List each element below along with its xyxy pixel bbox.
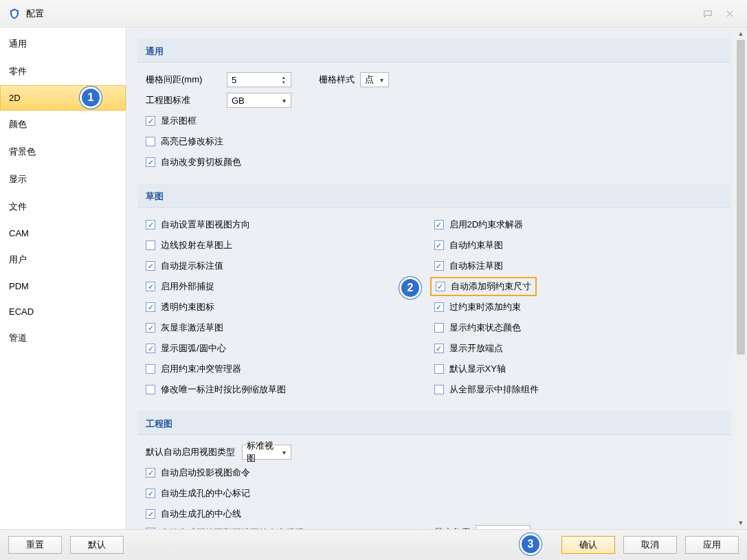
- checkbox[interactable]: [434, 344, 444, 353]
- auto-clip-color-checkbox[interactable]: [146, 157, 155, 167]
- feedback-icon[interactable]: [699, 8, 717, 20]
- checkbox[interactable]: [146, 489, 155, 498]
- auto-weak-dim-checkbox[interactable]: [436, 282, 445, 291]
- sidebar-item-label: 文件: [9, 201, 27, 212]
- show-frame-checkbox[interactable]: [146, 116, 155, 126]
- content-scroll: 通用 栅格间距(mm) 5 ▴▾ 栅格样式 点 工程图标准: [137, 38, 731, 529]
- scroll-up-icon[interactable]: ▲: [735, 27, 747, 40]
- vertical-scrollbar[interactable]: ▲ ▼: [735, 27, 747, 529]
- drawing-std-select[interactable]: GB: [227, 93, 291, 108]
- grid-style-select[interactable]: 点: [360, 72, 389, 87]
- app-icon: [8, 8, 21, 20]
- section-body-sketch: 自动设置草图视图方向 边线投射在草图上 自动提示标注值 启用外部捕捉 透明约束图…: [137, 208, 731, 411]
- min-angle-label: 最小角度: [434, 526, 470, 529]
- sidebar-item-user[interactable]: 用户: [0, 246, 126, 273]
- checkbox-label: 自动提示标注值: [161, 260, 223, 272]
- sidebar-item-cam[interactable]: CAM: [0, 221, 126, 246]
- section-body-drawing: 默认自动启用视图类型 标准视图 自动启动投影视图命令 自动生成孔的中心标记 自动…: [137, 435, 731, 529]
- button-label: 确认: [579, 539, 597, 551]
- sidebar-item-pipe[interactable]: 管道: [0, 324, 126, 352]
- chevron-down-icon: [379, 78, 384, 82]
- checkbox-label: 修改唯一标注时按比例缩放草图: [161, 383, 286, 396]
- spinner-icon[interactable]: ▴▾: [281, 75, 287, 85]
- annotation-badge-3: 3: [520, 533, 542, 555]
- checkbox[interactable]: [146, 323, 155, 333]
- close-icon[interactable]: [721, 8, 739, 20]
- ok-button[interactable]: 确认: [561, 536, 615, 554]
- checkbox[interactable]: [434, 220, 444, 229]
- button-label: 应用: [703, 539, 721, 551]
- sidebar-item-part[interactable]: 零件: [0, 58, 126, 85]
- sidebar-item-label: 管道: [9, 333, 27, 343]
- checkbox[interactable]: [146, 528, 155, 529]
- sidebar-item-label: 通用: [9, 38, 27, 49]
- checkbox[interactable]: [434, 302, 444, 312]
- checkbox-label: 自动启动投影视图命令: [161, 467, 250, 479]
- checkbox[interactable]: [146, 282, 155, 291]
- sidebar-item-label: 2D: [9, 93, 21, 103]
- scrollbar-track[interactable]: [735, 40, 747, 517]
- checkbox-label: 自动添加弱约束尺寸: [451, 280, 531, 293]
- grid-spacing-input[interactable]: 5 ▴▾: [227, 72, 291, 87]
- chevron-down-icon: [281, 98, 287, 103]
- scrollbar-thumb[interactable]: [737, 40, 745, 355]
- checkbox[interactable]: [146, 302, 155, 312]
- show-frame-label: 显示图框: [161, 115, 197, 127]
- grid-spacing-label: 栅格间距(mm): [146, 74, 227, 86]
- annotation-badge-1: 1: [80, 87, 102, 109]
- section-header-sketch: 草图: [137, 183, 731, 208]
- scroll-down-icon[interactable]: ▼: [735, 517, 747, 529]
- checkbox-label: 灰显非激活草图: [161, 322, 223, 334]
- default-button[interactable]: 默认: [70, 536, 124, 554]
- checkbox[interactable]: [146, 240, 155, 250]
- checkbox[interactable]: [146, 261, 155, 271]
- highlight-modified-label: 高亮已修改标注: [161, 135, 223, 148]
- highlighted-option: 自动添加弱约束尺寸: [430, 277, 537, 296]
- highlight-modified-checkbox[interactable]: [146, 137, 155, 146]
- apply-button[interactable]: 应用: [685, 536, 739, 554]
- default-view-type-select[interactable]: 标准视图: [242, 445, 291, 460]
- sidebar-item-file[interactable]: 文件: [0, 193, 126, 221]
- sidebar-item-display[interactable]: 显示: [0, 166, 126, 193]
- reset-button[interactable]: 重置: [8, 536, 62, 554]
- checkbox[interactable]: [146, 220, 155, 229]
- section-header-drawing: 工程图: [137, 411, 731, 435]
- title-bar: 配置: [0, 0, 747, 27]
- sidebar-item-general[interactable]: 通用: [0, 30, 126, 58]
- sidebar-item-ecad[interactable]: ECAD: [0, 299, 126, 324]
- checkbox[interactable]: [146, 344, 155, 353]
- section-header-general: 通用: [137, 38, 731, 63]
- checkbox-label: 自动生成圆柱面和圆锥面的中心标记: [161, 526, 304, 529]
- grid-style-label: 栅格样式: [319, 74, 360, 86]
- sidebar-item-label: 显示: [9, 174, 27, 184]
- checkbox-label: 自动生成孔的中心线: [161, 508, 241, 520]
- annotation-badge-2: 2: [399, 277, 421, 299]
- checkbox[interactable]: [434, 240, 444, 250]
- checkbox-label: 从全部显示中排除组件: [449, 383, 539, 396]
- sidebar-item-bgcolor[interactable]: 背景色: [0, 138, 126, 166]
- checkbox[interactable]: [434, 385, 444, 394]
- checkbox-label: 启用外部捕捉: [161, 280, 214, 293]
- drawing-std-label: 工程图标准: [146, 94, 227, 107]
- checkbox-label: 自动标注草图: [449, 260, 503, 272]
- checkbox[interactable]: [146, 385, 155, 394]
- checkbox[interactable]: [146, 468, 155, 478]
- window-title: 配置: [26, 8, 695, 20]
- min-angle-input[interactable]: 100 ▴▾: [476, 525, 531, 529]
- cancel-button[interactable]: 取消: [623, 536, 677, 554]
- sidebar-item-label: 零件: [9, 66, 27, 76]
- checkbox[interactable]: [434, 261, 444, 271]
- sidebar-item-color[interactable]: 颜色: [0, 111, 126, 138]
- checkbox[interactable]: [146, 364, 155, 374]
- content-panel: 通用 栅格间距(mm) 5 ▴▾ 栅格样式 点 工程图标准: [126, 27, 747, 529]
- sidebar-item-2d[interactable]: 2D: [0, 85, 126, 111]
- grid-style-value: 点: [365, 74, 374, 86]
- checkbox[interactable]: [146, 509, 155, 519]
- checkbox[interactable]: [434, 323, 444, 333]
- spinner-icon[interactable]: ▴▾: [520, 528, 526, 529]
- default-view-type-value: 标准视图: [247, 440, 281, 464]
- checkbox[interactable]: [434, 364, 444, 374]
- sidebar-item-pdm[interactable]: PDM: [0, 273, 126, 299]
- sidebar-item-label: 用户: [9, 254, 27, 265]
- sidebar: 通用 零件 2D 颜色 背景色 显示 文件 CAM 用户 PDM ECAD 管道: [0, 27, 126, 529]
